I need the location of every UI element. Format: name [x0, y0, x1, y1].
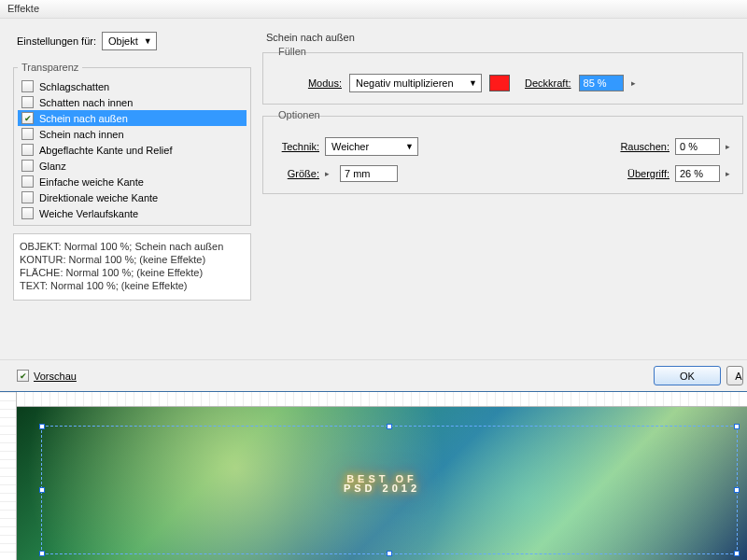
- effect-label: Schlagschatten: [39, 81, 109, 92]
- spread-spinner[interactable]: ▸: [726, 169, 735, 178]
- effect-label: Direktionale weiche Kante: [39, 192, 158, 203]
- effect-checkbox[interactable]: [21, 128, 34, 140]
- effect-item-1[interactable]: Schatten nach innen: [18, 94, 247, 110]
- horizontal-ruler: [17, 392, 747, 407]
- size-label: Größe:: [282, 168, 319, 179]
- effect-checkbox[interactable]: [21, 112, 34, 124]
- effect-item-7[interactable]: Direktionale weiche Kante: [18, 189, 247, 205]
- color-swatch[interactable]: [489, 75, 510, 91]
- panel-title: Schein nach außen: [266, 32, 743, 43]
- preview-label: Vorschau: [34, 371, 77, 382]
- summary-line: KONTUR: Normal 100 %; (keine Effekte): [20, 253, 245, 266]
- technique-label: Technik:: [271, 141, 319, 152]
- handle-bm[interactable]: [387, 551, 392, 556]
- left-column: Einstellungen für: Objekt ▼ Transparenz …: [13, 32, 251, 301]
- handle-tl[interactable]: [39, 424, 45, 429]
- preview-checkbox[interactable]: Vorschau: [17, 370, 77, 382]
- fill-group: Füllen Modus: Negativ multiplizieren ▼ D…: [262, 52, 743, 105]
- selection-box[interactable]: [41, 426, 738, 554]
- handle-mr[interactable]: [734, 487, 740, 493]
- effect-item-0[interactable]: Schlagschatten: [18, 78, 247, 94]
- effects-list-group: Transparenz SchlagschattenSchatten nach …: [13, 62, 251, 226]
- handle-tm[interactable]: [387, 424, 392, 429]
- effect-label: Schein nach außen: [39, 113, 128, 124]
- summary-line: OBJEKT: Normal 100 %; Schein nach außen: [20, 240, 245, 253]
- effects-summary: OBJEKT: Normal 100 %; Schein nach außenK…: [13, 233, 251, 301]
- chevron-down-icon: ▼: [405, 142, 414, 151]
- canvas-area: BEST OF PSD 2012: [0, 392, 747, 560]
- handle-bl[interactable]: [39, 551, 45, 556]
- effect-item-8[interactable]: Weiche Verlaufskante: [18, 205, 247, 221]
- summary-line: TEXT: Normal 100 %; (keine Effekte): [20, 279, 245, 292]
- effect-item-6[interactable]: Einfache weiche Kante: [18, 174, 247, 189]
- settings-for-label: Einstellungen für:: [17, 35, 96, 47]
- effect-label: Schein nach innen: [39, 129, 124, 140]
- effect-checkbox[interactable]: [21, 80, 34, 92]
- mode-dropdown[interactable]: Negativ multiplizieren ▼: [349, 74, 482, 92]
- technique-value: Weicher: [331, 141, 369, 152]
- summary-line: FLÄCHE: Normal 100 %; (keine Effekte): [20, 266, 245, 279]
- dialog-footer: Vorschau OK A: [0, 359, 747, 391]
- size-input[interactable]: 7 mm: [340, 165, 398, 182]
- opacity-input[interactable]: 85 %: [579, 75, 624, 91]
- effect-label: Weiche Verlaufskante: [39, 208, 138, 219]
- ok-label: OK: [680, 371, 695, 382]
- size-value: 7 mm: [345, 168, 371, 179]
- noise-spinner[interactable]: ▸: [726, 142, 735, 151]
- noise-label: Rauschen:: [620, 141, 669, 152]
- cancel-label: A: [735, 371, 741, 382]
- handle-ml[interactable]: [39, 487, 45, 493]
- opacity-label: Deckkraft:: [525, 77, 571, 89]
- effect-item-3[interactable]: Schein nach innen: [18, 126, 247, 142]
- effect-item-4[interactable]: Abgeflachte Kante und Relief: [18, 142, 247, 158]
- right-column: Schein nach außen Füllen Modus: Negativ …: [262, 32, 747, 301]
- effect-checkbox[interactable]: [21, 96, 34, 108]
- effect-label: Schatten nach innen: [39, 97, 133, 108]
- spread-value: 26 %: [680, 168, 703, 179]
- opacity-value: 85 %: [584, 77, 607, 89]
- vertical-ruler: [0, 392, 17, 560]
- noise-input[interactable]: 0 %: [675, 138, 720, 155]
- effect-checkbox[interactable]: [21, 144, 34, 156]
- options-group: Optionen Technik: Weicher ▼ Rauschen: 0 …: [262, 116, 743, 194]
- effect-label: Einfache weiche Kante: [39, 176, 144, 188]
- spread-input[interactable]: 26 %: [675, 165, 720, 182]
- mode-value: Negativ multiplizieren: [356, 77, 454, 89]
- effect-checkbox[interactable]: [21, 160, 34, 172]
- opacity-spinner[interactable]: ▸: [631, 78, 641, 88]
- checkbox-icon: [17, 370, 29, 382]
- ok-button[interactable]: OK: [654, 366, 721, 385]
- handle-br[interactable]: [734, 551, 740, 556]
- noise-value: 0 %: [680, 141, 698, 152]
- mode-label: Modus:: [297, 77, 342, 89]
- chevron-down-icon: ▼: [144, 36, 152, 46]
- effect-label: Abgeflachte Kante und Relief: [39, 145, 173, 156]
- settings-for-dropdown[interactable]: Objekt ▼: [102, 32, 157, 50]
- effect-checkbox[interactable]: [21, 207, 34, 219]
- size-spinner[interactable]: ▸: [325, 169, 334, 178]
- effect-label: Glanz: [39, 161, 66, 172]
- spread-label: Übergriff:: [627, 168, 669, 179]
- artboard[interactable]: BEST OF PSD 2012: [17, 407, 747, 560]
- effect-checkbox[interactable]: [21, 175, 34, 188]
- chevron-down-icon: ▼: [469, 78, 477, 88]
- settings-for-value: Objekt: [108, 35, 138, 47]
- handle-tr[interactable]: [734, 424, 740, 429]
- technique-dropdown[interactable]: Weicher ▼: [325, 137, 418, 156]
- effect-checkbox[interactable]: [21, 191, 34, 203]
- effect-item-5[interactable]: Glanz: [18, 158, 247, 174]
- effect-item-2[interactable]: Schein nach außen: [18, 110, 247, 126]
- cancel-button[interactable]: A: [726, 366, 743, 385]
- window-title: Effekte: [0, 0, 747, 19]
- effects-dialog: Effekte Einstellungen für: Objekt ▼ Tran…: [0, 0, 747, 392]
- effects-legend: Transparenz: [18, 62, 82, 73]
